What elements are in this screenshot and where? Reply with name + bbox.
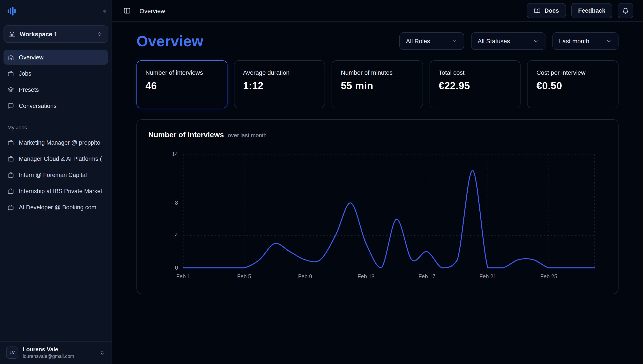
- svg-text:4: 4: [175, 232, 178, 238]
- filters: All Roles All Statuses Last month: [399, 32, 618, 50]
- chevron-down-icon: [606, 38, 612, 44]
- avatar: LV: [6, 346, 18, 358]
- chevron-down-icon: [451, 38, 458, 44]
- stat-card-total-cost[interactable]: Total cost €22.95: [430, 60, 521, 108]
- svg-text:Feb 25: Feb 25: [540, 273, 557, 280]
- app-logo-icon[interactable]: [7, 6, 17, 16]
- stat-card-average-duration[interactable]: Average duration 1:12: [234, 60, 325, 108]
- chevrons-up-down-icon: [97, 31, 103, 37]
- sidebar-job-item[interactable]: AI Developer @ Booking.com: [4, 200, 108, 214]
- user-menu[interactable]: LV Lourens Vale lourensvale@gmail.com: [0, 341, 112, 364]
- role-filter-select[interactable]: All Roles: [399, 32, 464, 50]
- bell-icon: [622, 7, 629, 14]
- status-filter-select[interactable]: All Statuses: [471, 32, 545, 50]
- topbar-actions: Docs Feedback: [526, 3, 633, 18]
- sidebar-item-presets[interactable]: Presets: [4, 82, 108, 97]
- user-name: Lourens Vale: [23, 346, 95, 353]
- panel-left-icon: [123, 7, 131, 14]
- sidebar-nav: Overview Jobs Presets Conversations: [4, 50, 108, 113]
- sidebar-job-item[interactable]: Intern @ Foreman Capital: [4, 167, 108, 182]
- stat-card-number-of-minutes[interactable]: Number of minutes 55 min: [332, 60, 423, 108]
- date-range-select[interactable]: Last month: [552, 32, 618, 50]
- sidebar-header: [4, 0, 108, 22]
- chevrons-up-down-icon: [99, 349, 105, 356]
- briefcase-icon: [8, 188, 14, 194]
- page-header: Overview All Roles All Statuses Last mon…: [136, 32, 618, 50]
- svg-text:Feb 13: Feb 13: [358, 273, 375, 280]
- svg-text:Feb 17: Feb 17: [418, 273, 435, 280]
- main-column: Overview Docs Feedback: [112, 0, 643, 364]
- stat-card-number-of-interviews[interactable]: Number of interviews 46: [136, 60, 227, 108]
- svg-text:14: 14: [172, 151, 178, 157]
- content: Overview All Roles All Statuses Last mon…: [112, 22, 643, 364]
- workspace-name: Workspace 1: [20, 30, 92, 38]
- stat-card-cost-per-interview[interactable]: Cost per interview €0.50: [527, 60, 618, 108]
- my-jobs-section-label: My Jobs: [4, 124, 108, 131]
- my-jobs-list: Marketing Manager @ preppito Manager Clo…: [4, 135, 108, 214]
- sidebar-job-item[interactable]: Manager Cloud & AI Platforms (: [4, 151, 108, 166]
- chat-icon: [8, 102, 14, 109]
- sidebar-item-conversations[interactable]: Conversations: [4, 98, 108, 113]
- sidebar: Workspace 1 Overview Jobs: [0, 0, 112, 364]
- app-root: Workspace 1 Overview Jobs: [0, 0, 643, 364]
- sidebar-item-jobs[interactable]: Jobs: [4, 66, 108, 81]
- page-title: Overview: [136, 32, 203, 50]
- stat-cards: Number of interviews 46 Average duration…: [136, 60, 618, 108]
- workspace-selector[interactable]: Workspace 1: [4, 25, 108, 43]
- svg-text:Feb 9: Feb 9: [298, 273, 312, 280]
- briefcase-icon: [8, 155, 14, 162]
- chevron-down-icon: [533, 38, 539, 44]
- feedback-button[interactable]: Feedback: [571, 3, 612, 18]
- book-icon: [533, 7, 540, 14]
- home-icon: [8, 54, 14, 60]
- docs-button[interactable]: Docs: [526, 3, 566, 18]
- sidebar-resize-dot[interactable]: [103, 10, 106, 13]
- sidebar-toggle-button[interactable]: [123, 6, 132, 15]
- sidebar-item-overview[interactable]: Overview: [4, 50, 108, 65]
- notifications-button[interactable]: [618, 3, 633, 18]
- chart-header: Number of interviews over last month: [148, 131, 607, 140]
- svg-text:Feb 1: Feb 1: [176, 273, 190, 280]
- svg-text:8: 8: [175, 200, 178, 206]
- briefcase-icon: [8, 139, 14, 146]
- interviews-chart-card: Number of interviews over last month 048…: [136, 119, 618, 294]
- sidebar-job-item[interactable]: Internship at IBS Private Market: [4, 184, 108, 198]
- layers-icon: [8, 86, 14, 93]
- briefcase-icon: [8, 204, 14, 210]
- building-icon: [9, 31, 15, 37]
- sidebar-job-item[interactable]: Marketing Manager @ preppito: [4, 135, 108, 150]
- topbar: Overview Docs Feedback: [112, 0, 643, 22]
- briefcase-icon: [8, 70, 14, 77]
- interviews-line-chart: 04814Feb 1Feb 5Feb 9Feb 13Feb 17Feb 21Fe…: [148, 146, 607, 283]
- svg-text:0: 0: [175, 264, 178, 271]
- chart-subtitle: over last month: [228, 132, 267, 138]
- svg-text:Feb 5: Feb 5: [237, 273, 251, 280]
- user-email: lourensvale@gmail.com: [23, 354, 95, 359]
- briefcase-icon: [8, 172, 14, 178]
- svg-text:Feb 21: Feb 21: [479, 273, 496, 280]
- user-meta: Lourens Vale lourensvale@gmail.com: [23, 346, 95, 359]
- breadcrumb: Overview: [140, 7, 165, 14]
- chart-title: Number of interviews: [148, 131, 224, 140]
